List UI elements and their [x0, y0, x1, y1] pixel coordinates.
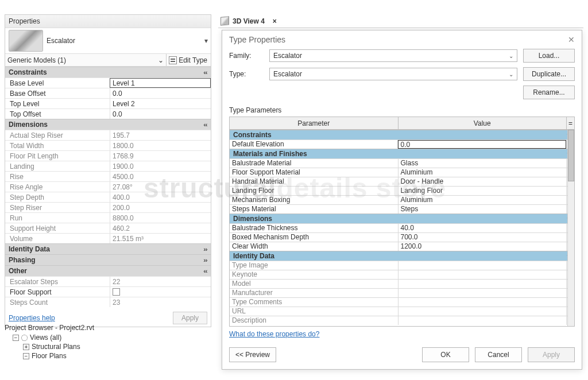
rename-button[interactable]: Rename...: [523, 86, 575, 99]
group-header[interactable]: Dimensions«: [5, 119, 211, 130]
param-value-cell[interactable]: 21.515 m³: [110, 234, 211, 243]
param-value-cell[interactable]: 1768.9: [110, 151, 211, 161]
type-param-row[interactable]: Balustrade Thickness40.0: [230, 223, 574, 232]
tp-value[interactable]: [399, 289, 567, 297]
checkbox[interactable]: [113, 288, 120, 296]
param-value-cell[interactable]: 23: [110, 297, 211, 307]
tp-value[interactable]: 40.0: [399, 224, 567, 232]
param-value-cell[interactable]: 0.0: [110, 109, 211, 119]
what-do-these-properties-link[interactable]: What do these properties do?: [229, 330, 319, 338]
param-value-cell[interactable]: 8800.0: [110, 213, 211, 223]
param-row[interactable]: Base LevelLevel 1: [5, 77, 211, 88]
param-value-cell[interactable]: 1900.0: [110, 161, 211, 171]
close-icon[interactable]: ✕: [568, 35, 575, 44]
type-param-row[interactable]: Landing FloorLanding Floor: [230, 186, 574, 195]
tp-value[interactable]: Aluminium: [399, 196, 567, 204]
param-row[interactable]: Floor Pit Length1768.9: [5, 150, 211, 161]
type-param-row[interactable]: Manufacturer: [230, 288, 574, 297]
category-header[interactable]: Constraints«: [230, 130, 574, 139]
param-row[interactable]: Floor Support: [5, 286, 211, 297]
scrollbar-thumb[interactable]: [568, 130, 574, 181]
type-param-row[interactable]: Mechanism BoxingAluminium: [230, 195, 574, 204]
param-row[interactable]: Actual Step Riser195.7: [5, 130, 211, 140]
tp-value[interactable]: 700.0: [399, 233, 567, 242]
col-parameter[interactable]: Parameter: [230, 117, 399, 129]
param-value-cell[interactable]: 22: [110, 277, 211, 286]
tree-item-structural-plans[interactable]: + Structural Plans: [5, 342, 211, 351]
type-param-row[interactable]: Type Comments: [230, 297, 574, 307]
tp-value[interactable]: 1200.0: [399, 242, 567, 251]
plus-icon[interactable]: +: [23, 344, 29, 350]
param-value-cell[interactable]: 27.08°: [110, 182, 211, 192]
tp-value[interactable]: [399, 307, 567, 316]
tp-value[interactable]: [399, 298, 567, 307]
view-tab-name[interactable]: 3D View 4: [233, 17, 265, 25]
tree-item-floor-plans[interactable]: − Floor Plans: [5, 351, 211, 360]
type-param-row[interactable]: Default Elevation0.0: [230, 139, 574, 149]
param-value-cell[interactable]: 460.2: [110, 223, 211, 233]
type-param-row[interactable]: URL: [230, 307, 574, 316]
type-param-row[interactable]: Type Image: [230, 261, 574, 270]
param-value-cell[interactable]: Level 1: [110, 78, 211, 88]
tp-value[interactable]: Glass: [399, 159, 567, 168]
type-param-row[interactable]: Keynote: [230, 270, 574, 279]
ok-button[interactable]: OK: [422, 347, 469, 362]
param-row[interactable]: Top Offset0.0: [5, 108, 211, 119]
col-value[interactable]: Value: [399, 117, 567, 129]
param-value-cell[interactable]: 195.7: [110, 130, 211, 140]
tp-value[interactable]: Aluminium: [399, 168, 567, 177]
param-row[interactable]: Escalator Steps22: [5, 276, 211, 286]
param-row[interactable]: Landing1900.0: [5, 161, 211, 171]
param-value-cell[interactable]: 400.0: [110, 192, 211, 202]
cancel-button[interactable]: Cancel: [475, 347, 522, 362]
param-row[interactable]: Top LevelLevel 2: [5, 98, 211, 108]
duplicate-button[interactable]: Duplicate...: [523, 67, 575, 81]
param-row[interactable]: Run8800.0: [5, 212, 211, 223]
edit-type-button[interactable]: Edit Type: [166, 54, 211, 66]
param-row[interactable]: Steps Count23: [5, 297, 211, 307]
category-header[interactable]: Materials and Finishes«: [230, 149, 574, 158]
minus-icon[interactable]: −: [23, 353, 29, 359]
type-param-row[interactable]: Floor Support MaterialAluminium: [230, 168, 574, 177]
family-thumbnail-row[interactable]: Escalator ▾: [5, 28, 211, 54]
col-equals[interactable]: =: [566, 117, 574, 129]
param-row[interactable]: Rise Angle27.08°: [5, 181, 211, 192]
group-header[interactable]: Other«: [5, 265, 211, 276]
preview-button[interactable]: << Preview: [229, 347, 276, 362]
param-row[interactable]: Volume21.515 m³: [5, 233, 211, 243]
type-param-row[interactable]: Boxed Mechanism Depth700.0: [230, 232, 574, 242]
type-combo[interactable]: Escalator ⌄: [269, 68, 517, 80]
tp-value[interactable]: 0.0: [398, 140, 567, 149]
properties-help-link[interactable]: Properties help: [9, 314, 55, 322]
group-header[interactable]: Phasing»: [5, 254, 211, 265]
category-header[interactable]: Identity Data«: [230, 251, 574, 261]
group-header[interactable]: Identity Data»: [5, 243, 211, 254]
type-param-row[interactable]: Model: [230, 279, 574, 288]
minus-icon[interactable]: −: [13, 335, 19, 341]
dialog-apply-button[interactable]: Apply: [528, 347, 575, 362]
tp-value[interactable]: Landing Floor: [399, 187, 567, 195]
tp-value[interactable]: [399, 280, 567, 288]
tree-views-root[interactable]: − Views (all): [5, 333, 211, 342]
type-param-row[interactable]: Handrail MaterialDoor - Handle: [230, 177, 574, 186]
type-param-row[interactable]: Description: [230, 316, 574, 325]
param-row[interactable]: Rise4500.0: [5, 171, 211, 181]
param-value-cell[interactable]: [110, 287, 211, 297]
tp-value[interactable]: [399, 316, 567, 325]
scrollbar[interactable]: [567, 130, 574, 326]
param-row[interactable]: Step Riser200.0: [5, 202, 211, 212]
close-tab-icon[interactable]: ×: [273, 17, 277, 25]
group-header[interactable]: Constraints«: [5, 67, 211, 77]
type-param-row[interactable]: Clear Width1200.0: [230, 242, 574, 251]
param-value-cell[interactable]: 0.0: [110, 88, 211, 98]
family-combo[interactable]: Escalator ⌄: [269, 49, 517, 62]
category-header[interactable]: Dimensions«: [230, 214, 574, 223]
param-row[interactable]: Base Offset0.0: [5, 88, 211, 98]
type-param-row[interactable]: Balustrade MaterialGlass: [230, 158, 574, 168]
tp-value[interactable]: Steps: [399, 205, 567, 214]
param-value-cell[interactable]: Level 2: [110, 99, 211, 108]
type-param-row[interactable]: Steps MaterialSteps: [230, 204, 574, 214]
tp-value[interactable]: Door - Handle: [399, 177, 567, 186]
param-row[interactable]: Support Height460.2: [5, 223, 211, 233]
param-value-cell[interactable]: 4500.0: [110, 172, 211, 181]
